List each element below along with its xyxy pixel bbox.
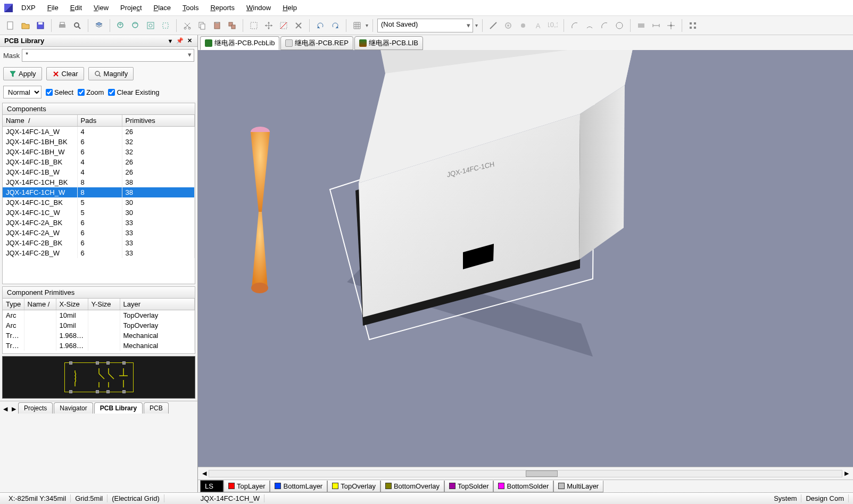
select-button[interactable] (247, 19, 260, 32)
select-checkbox[interactable]: Select (46, 88, 73, 96)
layer-tab[interactable]: BottomOverlay (380, 481, 444, 492)
menu-dxp[interactable]: DXP (16, 2, 41, 14)
clear-button[interactable]: Clear (46, 67, 84, 80)
mode-select[interactable]: Normal (3, 86, 42, 98)
apply-button[interactable]: Apply (3, 67, 42, 80)
save-button[interactable] (34, 19, 47, 32)
table-row[interactable]: JQX-14FC-1B_BK426 (3, 157, 195, 167)
cut-button[interactable] (181, 19, 194, 32)
col-layer[interactable]: Layer (120, 299, 195, 310)
close-icon[interactable]: ✕ (186, 37, 193, 45)
tab-navigator[interactable]: Navigator (54, 402, 93, 414)
col-ysize[interactable]: Y-Size (88, 299, 120, 310)
dropdown-icon[interactable]: ▼ (167, 37, 174, 45)
menu-tools[interactable]: Tools (177, 2, 204, 14)
zoom-out-button[interactable]: − (129, 19, 142, 32)
new-doc-button[interactable] (4, 19, 17, 32)
menu-reports[interactable]: Reports (205, 2, 240, 14)
3d-canvas[interactable]: JQX-14FC-1CH (198, 50, 853, 467)
table-row[interactable]: JQX-14FC-1BH_W632 (3, 147, 195, 157)
text-tool-button[interactable]: A (532, 19, 544, 32)
duplicate-button[interactable] (226, 19, 238, 32)
scroll-left[interactable]: ◀ (200, 470, 209, 477)
zoom-checkbox[interactable]: Zoom (78, 88, 104, 96)
table-row[interactable]: JQX-14FC-2B_BK633 (3, 238, 195, 248)
via-tool-button[interactable] (517, 19, 529, 32)
coord-tool-button[interactable]: +10,10 (546, 19, 559, 32)
table-row[interactable]: JQX-14FC-1A_W426 (3, 127, 195, 137)
tab-pcb-library[interactable]: PCB Library (94, 402, 143, 414)
table-row[interactable]: JQX-14FC-2A_BK633 (3, 218, 195, 228)
menu-window[interactable]: Window (241, 2, 276, 14)
scroll-right[interactable]: ▶ (842, 470, 851, 477)
col-pads[interactable]: Pads (77, 115, 122, 127)
arc1-button[interactable] (568, 19, 581, 32)
paste-button[interactable] (211, 19, 223, 32)
layer-tab[interactable]: TopLayer (223, 481, 270, 492)
grid-button[interactable] (351, 19, 363, 32)
col-xsize[interactable]: X-Size (56, 299, 88, 310)
layer-tab[interactable]: TopSolder (444, 481, 494, 492)
table-row[interactable]: Track1.968milMechanical (3, 341, 195, 351)
table-row[interactable]: JQX-14FC-1C_W530 (3, 208, 195, 218)
zoom-sel-button[interactable] (159, 19, 172, 32)
status-system[interactable]: System (769, 494, 801, 502)
deselect-button[interactable] (277, 19, 290, 32)
table-row[interactable]: JQX-14FC-1CH_BK838 (3, 177, 195, 187)
saved-state-dropdown[interactable]: (Not Saved) (377, 19, 473, 32)
table-row[interactable]: JQX-14FC-1BH_BK632 (3, 137, 195, 147)
menu-file[interactable]: File (42, 2, 64, 14)
col-pname[interactable]: Name / (24, 299, 56, 310)
primitives-table[interactable]: Type Name / X-Size Y-Size Layer Arc10mil… (2, 299, 195, 354)
menu-help[interactable]: Help (277, 2, 302, 14)
arc2-button[interactable] (583, 19, 596, 32)
tabs-next[interactable]: ▶ (10, 404, 18, 414)
hscroll[interactable] (209, 470, 842, 477)
doc-tab-rep[interactable]: 继电器-PCB.REP (280, 36, 353, 50)
status-design[interactable]: Design Com (801, 494, 849, 502)
menu-project[interactable]: Project (115, 2, 147, 14)
undo-button[interactable] (314, 19, 327, 32)
table-row[interactable]: JQX-14FC-1CH_W838 (3, 187, 195, 197)
line-tool-button[interactable] (487, 19, 500, 32)
table-row[interactable]: JQX-14FC-2A_W633 (3, 228, 195, 238)
redo-button[interactable] (329, 19, 342, 32)
layers-button[interactable] (93, 19, 105, 32)
menu-edit[interactable]: Edit (65, 2, 87, 14)
tab-projects[interactable]: Projects (18, 402, 53, 414)
doc-tab-lib[interactable]: 继电器-PCB.LIB (354, 36, 423, 50)
table-row[interactable]: Track1.968milMechanical (3, 331, 195, 341)
tabs-prev[interactable]: ◀ (1, 404, 10, 414)
array-button[interactable] (686, 19, 699, 32)
copy-button[interactable] (196, 19, 209, 32)
clear-button[interactable] (292, 19, 305, 32)
col-type[interactable]: Type (3, 299, 24, 310)
pad-tool-button[interactable] (502, 19, 515, 32)
rect-button[interactable] (635, 19, 648, 32)
menu-place[interactable]: Place (148, 2, 177, 14)
layer-tab[interactable]: MultiLayer (553, 481, 603, 492)
col-name[interactable]: Name / (3, 115, 77, 127)
move-button[interactable] (262, 19, 275, 32)
table-row[interactable]: JQX-14FC-2B_W633 (3, 248, 195, 258)
col-primitives[interactable]: Primitives (122, 115, 195, 127)
tab-pcb[interactable]: PCB (144, 402, 169, 414)
doc-tab-pcblib[interactable]: 继电器-PCB.PcbLib (200, 36, 279, 50)
zoom-in-button[interactable]: + (114, 19, 127, 32)
pin-icon[interactable]: 📌 (176, 37, 184, 45)
arc3-button[interactable] (598, 19, 611, 32)
dimension-button[interactable] (650, 19, 662, 32)
ls-button[interactable]: LS (200, 480, 223, 492)
magnify-button[interactable]: Magnify (88, 67, 134, 80)
layer-tab[interactable]: BottomLayer (270, 481, 327, 492)
origin-button[interactable] (665, 19, 677, 32)
dropdown-icon[interactable]: ▾ (366, 22, 368, 28)
layer-tab[interactable]: TopOverlay (327, 481, 380, 492)
table-row[interactable]: Arc10milTopOverlay (3, 310, 195, 321)
clear-existing-checkbox[interactable]: Clear Existing (108, 88, 159, 96)
menu-view[interactable]: View (88, 2, 114, 14)
open-button[interactable] (19, 19, 32, 32)
dropdown-icon[interactable]: ▾ (475, 22, 478, 28)
zoom-fit-button[interactable] (144, 19, 157, 32)
table-row[interactable]: JQX-14FC-1B_W426 (3, 167, 195, 177)
